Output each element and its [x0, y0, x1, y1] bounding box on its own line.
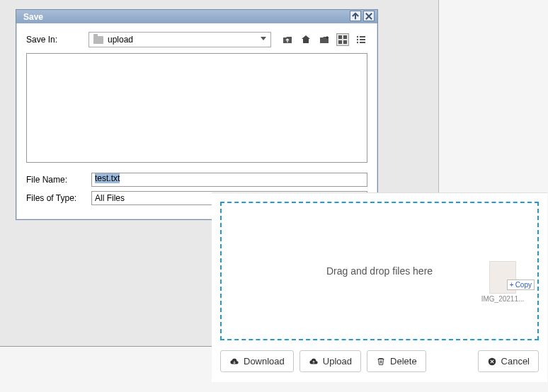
- svg-rect-0: [338, 35, 342, 39]
- files-of-type-label: Files of Type:: [26, 193, 91, 203]
- new-folder-icon[interactable]: [318, 33, 331, 46]
- dialog-titlebar[interactable]: Save: [16, 10, 377, 23]
- location-select[interactable]: upload: [89, 32, 271, 47]
- svg-rect-7: [360, 39, 365, 40]
- dialog-body: Save In: upload File Name: test.txt File…: [16, 23, 377, 219]
- svg-point-4: [357, 36, 358, 38]
- svg-rect-2: [338, 40, 342, 44]
- file-name-input[interactable]: test.txt: [91, 173, 367, 187]
- cloud-download-icon: [229, 357, 239, 367]
- svg-rect-9: [360, 42, 365, 43]
- cancel-label: Cancel: [501, 356, 530, 367]
- delete-label: Delete: [390, 356, 417, 367]
- svg-rect-5: [360, 36, 365, 38]
- files-of-type-value: All Files: [95, 193, 125, 203]
- dropped-file[interactable]: +Copy IMG_20211...: [478, 261, 527, 303]
- close-button[interactable]: [363, 11, 375, 21]
- svg-rect-3: [343, 40, 347, 44]
- chevron-down-icon: [261, 37, 266, 40]
- trash-icon: [376, 357, 386, 367]
- copy-label: Copy: [515, 281, 532, 289]
- list-view-icon[interactable]: [355, 33, 367, 46]
- file-list-area[interactable]: [26, 53, 367, 163]
- cancel-icon: [487, 357, 497, 367]
- copy-badge: +Copy: [507, 279, 535, 290]
- button-row: Download Upload Delete Cancel: [220, 350, 539, 372]
- detach-button[interactable]: [350, 11, 361, 21]
- dialog-title: Save: [23, 12, 43, 22]
- grid-view-icon[interactable]: [336, 33, 349, 46]
- upload-label: Upload: [323, 356, 352, 367]
- download-button[interactable]: Download: [220, 350, 294, 372]
- upload-panel: Drag and drop files here +Copy IMG_20211…: [212, 192, 547, 382]
- svg-point-8: [357, 42, 358, 43]
- up-folder-icon[interactable]: [281, 33, 294, 46]
- file-name-label: IMG_20211...: [478, 295, 527, 303]
- titlebar-buttons: [350, 11, 375, 21]
- file-toolbar: [281, 33, 367, 46]
- download-label: Download: [244, 356, 285, 367]
- location-value: upload: [108, 35, 133, 45]
- cancel-button[interactable]: Cancel: [478, 350, 539, 372]
- svg-point-6: [357, 39, 358, 40]
- folder-icon: [93, 36, 103, 44]
- home-icon[interactable]: [299, 33, 312, 46]
- save-dialog: Save Save In: upload File Name: t: [16, 9, 378, 220]
- delete-button[interactable]: Delete: [367, 350, 426, 372]
- upload-button[interactable]: Upload: [299, 350, 361, 372]
- svg-rect-1: [343, 35, 347, 39]
- plus-icon: +: [510, 281, 514, 289]
- dropzone[interactable]: Drag and drop files here +Copy IMG_20211…: [220, 202, 539, 340]
- file-name-value: test.txt: [95, 173, 120, 183]
- dropzone-text: Drag and drop files here: [326, 265, 433, 277]
- save-in-label: Save In:: [26, 35, 83, 45]
- file-name-label: File Name:: [26, 175, 91, 185]
- cloud-upload-icon: [309, 357, 319, 367]
